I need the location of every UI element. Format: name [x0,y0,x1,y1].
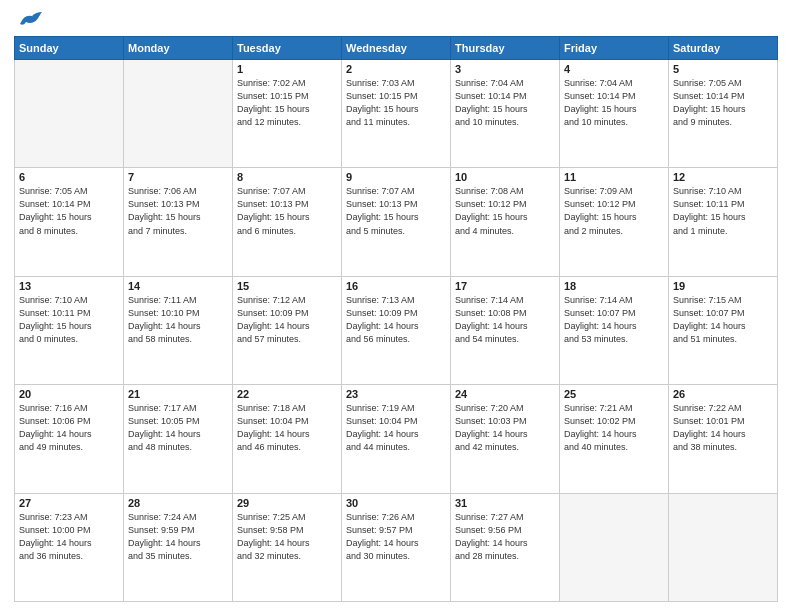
day-info: Sunrise: 7:18 AM Sunset: 10:04 PM Daylig… [237,402,337,454]
day-number: 23 [346,388,446,400]
day-info: Sunrise: 7:02 AM Sunset: 10:15 PM Daylig… [237,77,337,129]
logo-bird-icon [16,10,44,32]
calendar-cell: 15Sunrise: 7:12 AM Sunset: 10:09 PM Dayl… [233,276,342,384]
calendar-week-row: 13Sunrise: 7:10 AM Sunset: 10:11 PM Dayl… [15,276,778,384]
day-number: 3 [455,63,555,75]
calendar-cell: 25Sunrise: 7:21 AM Sunset: 10:02 PM Dayl… [560,385,669,493]
day-number: 10 [455,171,555,183]
day-info: Sunrise: 7:03 AM Sunset: 10:15 PM Daylig… [346,77,446,129]
day-info: Sunrise: 7:14 AM Sunset: 10:08 PM Daylig… [455,294,555,346]
calendar-header-row: SundayMondayTuesdayWednesdayThursdayFrid… [15,37,778,60]
day-number: 27 [19,497,119,509]
day-number: 24 [455,388,555,400]
day-number: 22 [237,388,337,400]
day-info: Sunrise: 7:04 AM Sunset: 10:14 PM Daylig… [455,77,555,129]
calendar-cell: 31Sunrise: 7:27 AM Sunset: 9:56 PM Dayli… [451,493,560,601]
calendar-cell: 13Sunrise: 7:10 AM Sunset: 10:11 PM Dayl… [15,276,124,384]
day-info: Sunrise: 7:05 AM Sunset: 10:14 PM Daylig… [19,185,119,237]
day-number: 29 [237,497,337,509]
day-info: Sunrise: 7:14 AM Sunset: 10:07 PM Daylig… [564,294,664,346]
day-number: 1 [237,63,337,75]
weekday-header: Tuesday [233,37,342,60]
calendar-cell: 12Sunrise: 7:10 AM Sunset: 10:11 PM Dayl… [669,168,778,276]
day-number: 20 [19,388,119,400]
day-info: Sunrise: 7:08 AM Sunset: 10:12 PM Daylig… [455,185,555,237]
calendar-cell [124,60,233,168]
day-number: 6 [19,171,119,183]
day-info: Sunrise: 7:15 AM Sunset: 10:07 PM Daylig… [673,294,773,346]
logo [14,10,44,28]
weekday-header: Friday [560,37,669,60]
calendar-cell: 28Sunrise: 7:24 AM Sunset: 9:59 PM Dayli… [124,493,233,601]
calendar-cell: 16Sunrise: 7:13 AM Sunset: 10:09 PM Dayl… [342,276,451,384]
day-info: Sunrise: 7:19 AM Sunset: 10:04 PM Daylig… [346,402,446,454]
day-number: 16 [346,280,446,292]
day-number: 19 [673,280,773,292]
calendar-cell: 21Sunrise: 7:17 AM Sunset: 10:05 PM Dayl… [124,385,233,493]
day-number: 2 [346,63,446,75]
calendar-cell: 4Sunrise: 7:04 AM Sunset: 10:14 PM Dayli… [560,60,669,168]
day-info: Sunrise: 7:09 AM Sunset: 10:12 PM Daylig… [564,185,664,237]
calendar-cell [560,493,669,601]
calendar-cell [669,493,778,601]
calendar-cell: 6Sunrise: 7:05 AM Sunset: 10:14 PM Dayli… [15,168,124,276]
weekday-header: Saturday [669,37,778,60]
day-info: Sunrise: 7:10 AM Sunset: 10:11 PM Daylig… [19,294,119,346]
day-info: Sunrise: 7:04 AM Sunset: 10:14 PM Daylig… [564,77,664,129]
day-number: 18 [564,280,664,292]
calendar-week-row: 1Sunrise: 7:02 AM Sunset: 10:15 PM Dayli… [15,60,778,168]
calendar-cell: 17Sunrise: 7:14 AM Sunset: 10:08 PM Dayl… [451,276,560,384]
day-number: 11 [564,171,664,183]
day-info: Sunrise: 7:23 AM Sunset: 10:00 PM Daylig… [19,511,119,563]
calendar-cell: 24Sunrise: 7:20 AM Sunset: 10:03 PM Dayl… [451,385,560,493]
calendar-cell: 23Sunrise: 7:19 AM Sunset: 10:04 PM Dayl… [342,385,451,493]
calendar-cell: 22Sunrise: 7:18 AM Sunset: 10:04 PM Dayl… [233,385,342,493]
day-number: 13 [19,280,119,292]
day-number: 9 [346,171,446,183]
header [14,10,778,28]
day-info: Sunrise: 7:20 AM Sunset: 10:03 PM Daylig… [455,402,555,454]
day-number: 26 [673,388,773,400]
day-number: 7 [128,171,228,183]
calendar-cell: 1Sunrise: 7:02 AM Sunset: 10:15 PM Dayli… [233,60,342,168]
day-number: 31 [455,497,555,509]
calendar-cell: 11Sunrise: 7:09 AM Sunset: 10:12 PM Dayl… [560,168,669,276]
calendar-cell: 30Sunrise: 7:26 AM Sunset: 9:57 PM Dayli… [342,493,451,601]
day-info: Sunrise: 7:22 AM Sunset: 10:01 PM Daylig… [673,402,773,454]
calendar-cell: 5Sunrise: 7:05 AM Sunset: 10:14 PM Dayli… [669,60,778,168]
day-info: Sunrise: 7:27 AM Sunset: 9:56 PM Dayligh… [455,511,555,563]
day-info: Sunrise: 7:25 AM Sunset: 9:58 PM Dayligh… [237,511,337,563]
day-info: Sunrise: 7:06 AM Sunset: 10:13 PM Daylig… [128,185,228,237]
day-info: Sunrise: 7:24 AM Sunset: 9:59 PM Dayligh… [128,511,228,563]
calendar-week-row: 6Sunrise: 7:05 AM Sunset: 10:14 PM Dayli… [15,168,778,276]
day-info: Sunrise: 7:07 AM Sunset: 10:13 PM Daylig… [346,185,446,237]
day-number: 21 [128,388,228,400]
day-number: 12 [673,171,773,183]
calendar-cell [15,60,124,168]
calendar-cell: 9Sunrise: 7:07 AM Sunset: 10:13 PM Dayli… [342,168,451,276]
weekday-header: Wednesday [342,37,451,60]
calendar-table: SundayMondayTuesdayWednesdayThursdayFrid… [14,36,778,602]
calendar-cell: 18Sunrise: 7:14 AM Sunset: 10:07 PM Dayl… [560,276,669,384]
day-number: 17 [455,280,555,292]
calendar-cell: 14Sunrise: 7:11 AM Sunset: 10:10 PM Dayl… [124,276,233,384]
day-info: Sunrise: 7:11 AM Sunset: 10:10 PM Daylig… [128,294,228,346]
weekday-header: Monday [124,37,233,60]
calendar-cell: 7Sunrise: 7:06 AM Sunset: 10:13 PM Dayli… [124,168,233,276]
weekday-header: Sunday [15,37,124,60]
calendar-cell: 3Sunrise: 7:04 AM Sunset: 10:14 PM Dayli… [451,60,560,168]
day-info: Sunrise: 7:16 AM Sunset: 10:06 PM Daylig… [19,402,119,454]
day-number: 15 [237,280,337,292]
day-info: Sunrise: 7:21 AM Sunset: 10:02 PM Daylig… [564,402,664,454]
day-number: 30 [346,497,446,509]
calendar-cell: 29Sunrise: 7:25 AM Sunset: 9:58 PM Dayli… [233,493,342,601]
day-info: Sunrise: 7:26 AM Sunset: 9:57 PM Dayligh… [346,511,446,563]
day-info: Sunrise: 7:12 AM Sunset: 10:09 PM Daylig… [237,294,337,346]
calendar-cell: 10Sunrise: 7:08 AM Sunset: 10:12 PM Dayl… [451,168,560,276]
weekday-header: Thursday [451,37,560,60]
page: SundayMondayTuesdayWednesdayThursdayFrid… [0,0,792,612]
calendar-cell: 19Sunrise: 7:15 AM Sunset: 10:07 PM Dayl… [669,276,778,384]
calendar-cell: 27Sunrise: 7:23 AM Sunset: 10:00 PM Dayl… [15,493,124,601]
calendar-week-row: 20Sunrise: 7:16 AM Sunset: 10:06 PM Dayl… [15,385,778,493]
day-number: 28 [128,497,228,509]
